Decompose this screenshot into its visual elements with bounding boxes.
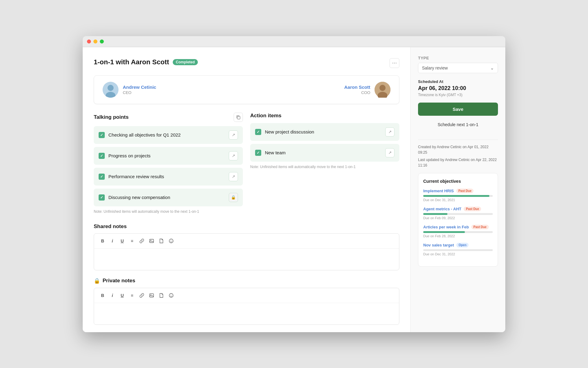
action-item-action-1[interactable]: ↗ — [385, 127, 394, 137]
item-left: ✓ Performance review results — [99, 174, 164, 180]
action-items-column: Action items ✓ New project disscussion ↗… — [250, 113, 399, 216]
item-left: ✓ Progress on projects — [99, 153, 151, 159]
list-button-private[interactable]: ≡ — [128, 291, 136, 300]
image-button-shared[interactable] — [147, 237, 156, 245]
italic-button-shared[interactable]: i — [108, 237, 117, 245]
bold-button-shared[interactable]: B — [98, 237, 107, 245]
timezone: Timezone is Kyiv (GMT +3) — [418, 93, 498, 97]
lock-icon: 🔒 — [94, 278, 100, 284]
action-item-action-2[interactable]: ↗ — [385, 148, 394, 157]
shared-notes-body[interactable] — [94, 249, 399, 270]
image-button-private[interactable] — [147, 291, 156, 300]
talking-point-text-4: Discussing new compensation — [108, 195, 170, 200]
talking-point-action-4[interactable]: 🔒 — [229, 193, 238, 202]
talking-point-item-2: ✓ Progress on projects ↗ — [94, 147, 243, 165]
badge-past-due-1: Past Due — [456, 189, 474, 193]
right-panel: Type Salary review ⌄ Scheduled At Apr 06… — [410, 47, 505, 332]
talking-point-action-2[interactable]: ↗ — [229, 151, 238, 160]
fullscreen-button[interactable] — [100, 39, 104, 43]
svg-rect-12 — [150, 294, 154, 297]
emoji-button-private[interactable] — [167, 291, 175, 300]
underline-button-shared[interactable]: U — [118, 237, 126, 245]
action-item-text-2: New team — [265, 150, 286, 155]
participant-left-name: Andrew Cetinic — [123, 84, 156, 90]
item-left: ✓ Checking all objectives for Q1 2022 — [99, 132, 181, 138]
italic-button-private[interactable]: i — [108, 291, 117, 300]
emoji-button-shared[interactable] — [167, 237, 175, 245]
talking-points-header: Talking points — [94, 113, 243, 122]
close-button[interactable] — [87, 39, 91, 43]
link-button-private[interactable] — [138, 291, 146, 300]
checkbox-4[interactable]: ✓ — [99, 194, 105, 201]
underline-button-private[interactable]: U — [118, 291, 126, 300]
scheduled-at-label: Scheduled At — [418, 79, 498, 84]
action-item-1: ✓ New project disscussion ↗ — [250, 123, 399, 141]
file-button-shared[interactable] — [157, 237, 166, 245]
private-notes-toolbar: B i U ≡ — [94, 288, 399, 303]
private-notes-body[interactable] — [94, 303, 399, 325]
progress-bar-bg-1 — [423, 195, 493, 197]
svg-point-9 — [169, 239, 173, 243]
save-button[interactable]: Save — [418, 103, 498, 116]
checkbox-1[interactable]: ✓ — [99, 132, 105, 138]
participant-left-role: CEO — [123, 90, 156, 95]
objective-name-1: Implement HRIS Past Due — [423, 189, 493, 193]
action-items-note: Note: Unfinished items will automaticall… — [250, 165, 399, 169]
participant-right-info: Aaron Scott COO — [344, 84, 370, 95]
talking-point-action-3[interactable]: ↗ — [229, 172, 238, 181]
objective-due-4: Due on Dec 31, 2022 — [423, 252, 493, 256]
objective-item-4: Nov sales target Open Due on Dec 31, 202… — [423, 243, 493, 256]
two-column-section: Talking points ✓ Checking all objectives… — [94, 113, 399, 216]
shared-notes-toolbar: B i U ≡ — [94, 234, 399, 249]
participant-right: Aaron Scott COO — [344, 82, 390, 98]
bold-button-private[interactable]: B — [98, 291, 107, 300]
objective-name-3: Articles per week in Feb Past Due — [423, 225, 493, 229]
action-checkbox-2[interactable]: ✓ — [255, 150, 261, 156]
talking-point-text-3: Performance review results — [108, 174, 164, 179]
schedule-next-button[interactable]: Schedule next 1-on-1 — [418, 119, 498, 130]
action-item-2: ✓ New team ↗ — [250, 144, 399, 162]
svg-point-11 — [172, 240, 172, 241]
item-left: ✓ New project disscussion — [255, 129, 314, 135]
svg-point-15 — [170, 295, 171, 295]
list-button-shared[interactable]: ≡ — [128, 237, 136, 245]
divider-1 — [418, 140, 498, 140]
talking-point-action-1[interactable]: ↗ — [229, 130, 238, 140]
objective-due-2: Due on Feb 09, 2022 — [423, 216, 493, 220]
action-items-header: Action items — [250, 113, 399, 119]
progress-bar-fill-3 — [423, 231, 465, 233]
objective-name-4: Nov sales target Open — [423, 243, 493, 247]
item-left: ✓ Discussing new compensation — [99, 194, 170, 201]
badge-open-4: Open — [456, 243, 469, 247]
participant-right-role: COO — [344, 90, 370, 95]
type-select[interactable]: Salary review ⌄ — [418, 63, 498, 73]
type-value: Salary review — [422, 66, 448, 70]
private-notes-section: 🔒 Private notes B i U ≡ — [94, 278, 399, 325]
svg-point-16 — [172, 295, 172, 295]
badge-past-due-3: Past Due — [471, 225, 489, 229]
talking-points-note: Note: Unfinished items will automaticall… — [94, 209, 243, 214]
chevron-down-icon: ⌄ — [490, 66, 494, 70]
progress-bar-bg-3 — [423, 231, 493, 233]
objective-due-1: Due on Dec 31, 2021 — [423, 198, 493, 202]
checkbox-3[interactable]: ✓ — [99, 174, 105, 180]
talking-point-text-1: Checking all objectives for Q1 2022 — [108, 132, 181, 137]
file-button-private[interactable] — [157, 291, 166, 300]
objectives-section: Current objectives Implement HRIS Past D… — [418, 173, 498, 267]
main-window: 1-on-1 with Aaron Scott Completed ⋯ — [83, 36, 505, 332]
private-notes-editor: B i U ≡ — [94, 288, 399, 325]
meeting-header: 1-on-1 with Aaron Scott Completed ⋯ — [94, 58, 399, 68]
shared-notes-section: Shared notes B i U ≡ — [94, 223, 399, 270]
link-button-shared[interactable] — [138, 237, 146, 245]
participant-left-info: Andrew Cetinic CEO — [123, 84, 156, 95]
more-options-button[interactable]: ⋯ — [390, 58, 399, 68]
copy-talking-points-button[interactable] — [234, 113, 243, 122]
action-checkbox-1[interactable]: ✓ — [255, 129, 261, 135]
objectives-title: Current objectives — [423, 179, 493, 184]
minimize-button[interactable] — [93, 39, 97, 43]
item-left: ✓ New team — [255, 150, 286, 156]
objective-due-3: Due on Feb 28, 2022 — [423, 234, 493, 238]
checkbox-2[interactable]: ✓ — [99, 153, 105, 159]
svg-rect-7 — [150, 239, 154, 242]
badge-past-due-2: Past Due — [464, 207, 481, 211]
